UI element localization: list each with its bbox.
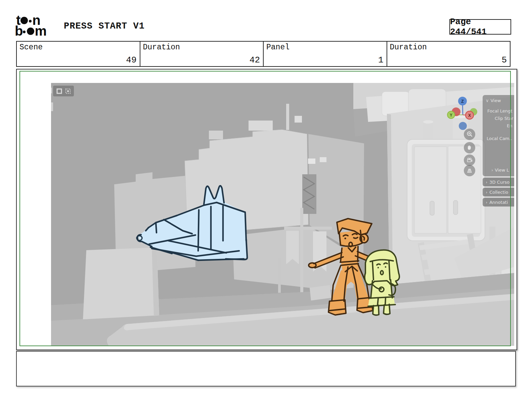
clip-start-field[interactable]: Clip Star — [483, 116, 514, 121]
logo-dot-icon — [27, 28, 34, 35]
view-section[interactable]: ∨ View Focal Lengt Clip Star En Local Ca… — [483, 95, 514, 176]
focal-length-field[interactable]: Focal Lengt — [483, 108, 514, 113]
storyboard-panel-frame: ∨ View Focal Lengt Clip Star En Local Ca… — [16, 69, 517, 350]
logo-dot-icon — [23, 31, 26, 33]
axis-y-label: Y — [450, 113, 452, 118]
logo-line-2: bm — [15, 26, 46, 36]
3d-cursor-section[interactable]: › 3D Curso — [483, 178, 514, 186]
axis-z-label: Z — [461, 99, 464, 104]
chevron-right-icon: › — [486, 180, 487, 185]
panel-cell: Panel 1 — [264, 42, 387, 66]
pan-tool-button[interactable] — [464, 142, 475, 153]
panel-value: 1 — [378, 55, 384, 65]
camera-view-button[interactable] — [464, 154, 475, 166]
scene-label: Scene — [19, 43, 137, 52]
logo-letter: m — [35, 26, 46, 36]
navigation-gizmo[interactable]: Z Y X — [446, 96, 483, 133]
3d-scene-art — [51, 83, 514, 346]
chevron-right-icon: › — [486, 190, 487, 195]
panel-duration-cell: Duration 5 — [387, 42, 510, 66]
duration2-value: 5 — [501, 55, 507, 65]
chevron-right-icon: › — [491, 168, 493, 173]
panel-label: Panel — [266, 43, 384, 52]
chevron-down-icon: ∨ — [486, 98, 489, 103]
panel-info-table: Scene 49 Duration 42 Panel 1 Duration 5 — [16, 41, 511, 67]
storyboard-export-page: { "header": { "logo": {"l1a": "t", "l1b"… — [0, 0, 532, 411]
zoom-tool-button[interactable] — [464, 129, 475, 140]
local-camera-field[interactable]: Local Cam.. — [483, 136, 514, 141]
grid-icon — [466, 167, 473, 174]
chevron-right-icon: › — [486, 200, 487, 205]
dotted-region-icon[interactable] — [65, 88, 71, 94]
caption-box — [16, 351, 516, 386]
clipped-ui-fragment — [51, 88, 52, 93]
collections-section[interactable]: › Collectio — [483, 188, 514, 196]
camera-icon — [466, 157, 473, 164]
duration2-label: Duration — [390, 43, 507, 52]
view-section-header[interactable]: ∨ View — [483, 98, 514, 103]
view-lock-subsection[interactable]: › View L — [483, 168, 514, 173]
clip-end-field[interactable]: En — [483, 123, 514, 128]
view-section-label: View — [491, 98, 501, 103]
perspective-grid-button[interactable] — [464, 165, 475, 176]
duration-label: Duration — [143, 43, 261, 52]
blender-viewport-screenshot: ∨ View Focal Lengt Clip Star En Local Ca… — [51, 83, 514, 346]
scene-value: 49 — [126, 55, 136, 65]
toonboom-logo: tn bm — [16, 15, 46, 36]
magnifier-plus-icon — [466, 131, 473, 138]
logo-letter: b — [15, 26, 22, 36]
render-region-icon[interactable] — [56, 88, 62, 94]
axis-z-negative-ball[interactable] — [459, 122, 467, 130]
scene-cell: Scene 49 — [17, 42, 140, 66]
viewport-corner-toolbar — [53, 86, 74, 96]
logo-dot-icon — [20, 17, 28, 24]
annotations-section[interactable]: › Annotati — [483, 198, 514, 207]
scene-duration-cell: Duration 42 — [140, 42, 264, 66]
page-number-box: Page 244/541 — [449, 19, 511, 35]
project-title: PRESS START V1 — [64, 21, 145, 31]
hand-icon — [466, 144, 473, 151]
duration-value: 42 — [250, 55, 260, 65]
axis-x-label: X — [468, 113, 471, 118]
logo-dot-icon — [29, 20, 32, 22]
